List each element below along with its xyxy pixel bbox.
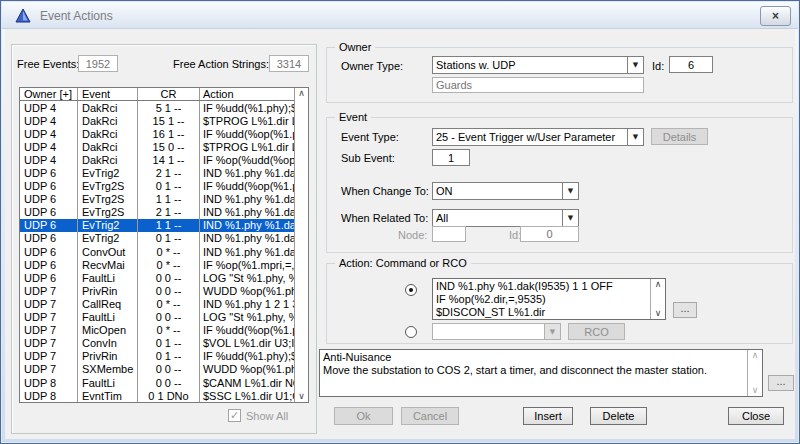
owner-type-select[interactable]: Stations w. UDP ▼ bbox=[432, 56, 644, 74]
table-row[interactable]: UDP 7FaultLi0 0 --LOG "St %1.phy, % bbox=[20, 311, 294, 324]
table-cell: IND %1.phy 1 2 1 3 bbox=[200, 297, 294, 310]
table-cell: IF %udd(%1.phy);$ bbox=[200, 101, 294, 114]
check-icon: ✓ bbox=[230, 409, 239, 422]
table-cell: UDP 6 bbox=[20, 232, 78, 245]
table-row[interactable]: UDP 6RecvMai0 * --IF %op(%1.mpri,=,4 bbox=[20, 258, 294, 271]
free-action-strings-label: Free Action Strings: bbox=[173, 58, 269, 70]
table-cell: 0 * -- bbox=[138, 245, 200, 258]
event-type-select[interactable]: 25 - Event Trigger w/User Parameter ▼ bbox=[432, 128, 644, 146]
chevron-down-icon[interactable]: ▼ bbox=[627, 57, 643, 73]
title-bar[interactable]: Event Actions × bbox=[2, 2, 798, 29]
sub-event-field[interactable]: 1 bbox=[432, 149, 470, 166]
cancel-button: Cancel bbox=[401, 407, 459, 425]
when-related-select[interactable]: All ▼ bbox=[432, 209, 579, 227]
anti-nuisance-textarea[interactable]: Anti-Nuisance Move the substation to COS… bbox=[319, 349, 763, 397]
when-change-select[interactable]: ON ▼ bbox=[432, 182, 579, 200]
table-cell: 0 0 -- bbox=[138, 271, 200, 284]
table-cell: 0 1 -- bbox=[138, 350, 200, 363]
close-button[interactable]: Close bbox=[728, 407, 784, 425]
column-header-owner[interactable]: Owner [+] bbox=[20, 88, 78, 100]
column-header-cr[interactable]: CR bbox=[138, 88, 200, 100]
table-cell: EvTrg2S bbox=[78, 193, 138, 206]
column-header-event[interactable]: Event bbox=[78, 88, 138, 100]
table-row[interactable]: UDP 6EvTrg2S0 1 --IF %udd(%op(%1.pl bbox=[20, 180, 294, 193]
table-row[interactable]: UDP 6FaultLi0 0 --LOG "St %1.phy, % bbox=[20, 271, 294, 284]
table-cell: 14 1 -- bbox=[138, 153, 200, 166]
table-cell: EvTrig2 bbox=[78, 232, 138, 245]
table-row[interactable]: UDP 7CallReq0 * --IND %1.phy 1 2 1 3 bbox=[20, 297, 294, 310]
table-row[interactable]: UDP 6ConvOut0 * --IND %1.phy %1.da bbox=[20, 245, 294, 258]
table-row[interactable]: UDP 4DakRci15 0 --$TPROG L%1.dir L bbox=[20, 140, 294, 153]
table-cell: 0 1 DNo bbox=[138, 389, 200, 402]
scroll-up-icon[interactable]: ∧ bbox=[655, 279, 662, 290]
table-row[interactable]: UDP 6EvTrig22 1 --IND %1.phy %1.da bbox=[20, 166, 294, 179]
table-cell: RecvMai bbox=[78, 258, 138, 271]
close-icon[interactable]: × bbox=[760, 6, 791, 26]
chevron-down-icon: ▼ bbox=[544, 324, 560, 339]
table-cell: 0 0 -- bbox=[138, 284, 200, 297]
table-row[interactable]: UDP 8FaultLi0 0 --$CANM L%1.dir NO bbox=[20, 376, 294, 389]
table-cell: WUDD %op(%1.ph bbox=[200, 284, 294, 297]
table-row[interactable]: UDP 7ConvIn0 1 --$VOL L%1.dir U3;II bbox=[20, 337, 294, 350]
table-cell: EvTrig2 bbox=[78, 166, 138, 179]
table-cell: 1 1 -- bbox=[138, 219, 200, 232]
anti-nuisance-scrollbar[interactable]: ∧ ∨ bbox=[747, 350, 762, 396]
table-cell: 0 1 -- bbox=[138, 232, 200, 245]
table-cell: IND %1.phy %1.da bbox=[200, 166, 294, 179]
table-cell: MicOpen bbox=[78, 324, 138, 337]
table-cell: UDP 7 bbox=[20, 311, 78, 324]
table-cell: LOG "St %1.phy, % bbox=[200, 271, 294, 284]
table-cell: UDP 4 bbox=[20, 140, 78, 153]
table-scrollbar[interactable]: ∧ ∨ bbox=[294, 88, 308, 402]
table-cell: UDP 7 bbox=[20, 350, 78, 363]
table-cell: UDP 7 bbox=[20, 324, 78, 337]
command-textarea[interactable]: IND %1.phy %1.dak(I9535) 1 1 OFF IF %op(… bbox=[432, 278, 666, 320]
table-cell: EvTrg2S bbox=[78, 206, 138, 219]
table-cell: IF %udd(%1.phy);$l bbox=[200, 350, 294, 363]
table-cell: IF %udd(%op(%1.pl bbox=[200, 324, 294, 337]
table-row[interactable]: UDP 4DakRci15 1 --$TPROG L%1.dir L bbox=[20, 114, 294, 127]
node-id-field: 0 bbox=[520, 226, 579, 242]
command-browse-button[interactable]: ... bbox=[673, 302, 697, 318]
table-row[interactable]: UDP 4DakRci14 1 --IF %op(%udd(%op( bbox=[20, 153, 294, 166]
event-actions-table: Owner [+] Event CR Action UDP 4DakRci5 1… bbox=[19, 87, 309, 403]
table-row[interactable]: UDP 4DakRci16 1 --IF %udd(%op(%1.pl bbox=[20, 127, 294, 140]
column-header-action[interactable]: Action bbox=[200, 88, 294, 100]
table-cell: IF %op(%udd(%op( bbox=[200, 153, 294, 166]
chevron-down-icon[interactable]: ▼ bbox=[627, 129, 643, 145]
table-row[interactable]: UDP 7PrivRin0 1 --IF %udd(%1.phy);$l bbox=[20, 350, 294, 363]
free-events-label: Free Events: bbox=[17, 58, 79, 70]
table-cell: UDP 6 bbox=[20, 258, 78, 271]
rco-radio[interactable] bbox=[405, 326, 417, 338]
scroll-up-icon[interactable]: ∧ bbox=[752, 350, 759, 361]
anti-nuisance-browse-button[interactable]: ... bbox=[768, 375, 794, 391]
table-row[interactable]: UDP 6EvTrg2S1 1 --IND %1.phy %1.da bbox=[20, 193, 294, 206]
chevron-down-icon[interactable]: ▼ bbox=[562, 210, 578, 226]
scroll-down-icon[interactable]: ∨ bbox=[752, 385, 759, 396]
owner-id-field[interactable]: 6 bbox=[669, 56, 713, 73]
table-cell: EvTrig2 bbox=[78, 219, 138, 232]
chevron-down-icon[interactable]: ▼ bbox=[562, 183, 578, 199]
table-row[interactable]: UDP 6EvTrg2S2 1 --IND %1.phy %1.da bbox=[20, 206, 294, 219]
table-cell: SXMembe bbox=[78, 363, 138, 376]
command-radio[interactable] bbox=[405, 284, 417, 296]
command-scrollbar[interactable]: ∧ ∨ bbox=[650, 279, 665, 319]
table-cell: WUDD %op(%1.ph bbox=[200, 363, 294, 376]
table-row[interactable]: UDP 7PrivRin0 0 --WUDD %op(%1.ph bbox=[20, 284, 294, 297]
delete-button[interactable]: Delete bbox=[590, 407, 647, 425]
table-cell: DakRci bbox=[78, 153, 138, 166]
table-row[interactable]: UDP 7SXMembe0 0 --WUDD %op(%1.ph bbox=[20, 363, 294, 376]
scroll-up-icon[interactable]: ∧ bbox=[298, 88, 305, 99]
scroll-down-icon[interactable]: ∨ bbox=[655, 308, 662, 319]
table-row[interactable]: UDP 6EvTrig20 1 --IND %1.phy %1.da bbox=[20, 232, 294, 245]
table-row[interactable]: UDP 7MicOpen0 * --IF %udd(%op(%1.pl bbox=[20, 324, 294, 337]
table-cell: UDP 6 bbox=[20, 180, 78, 193]
table-cell: IF %op(%1.mpri,=,4 bbox=[200, 258, 294, 271]
table-cell: UDP 6 bbox=[20, 271, 78, 284]
table-rows: UDP 4DakRci5 1 --IF %udd(%1.phy);$UDP 4D… bbox=[20, 101, 294, 402]
insert-button[interactable]: Insert bbox=[523, 407, 573, 425]
table-row[interactable]: UDP 4DakRci5 1 --IF %udd(%1.phy);$ bbox=[20, 101, 294, 114]
table-row[interactable]: UDP 8EvntTim0 1 DNo$SSC L%1.dir U1;C bbox=[20, 389, 294, 402]
scroll-down-icon[interactable]: ∨ bbox=[298, 391, 305, 402]
table-row[interactable]: UDP 6EvTrig21 1 --IND %1.phy %1.da bbox=[20, 219, 294, 232]
